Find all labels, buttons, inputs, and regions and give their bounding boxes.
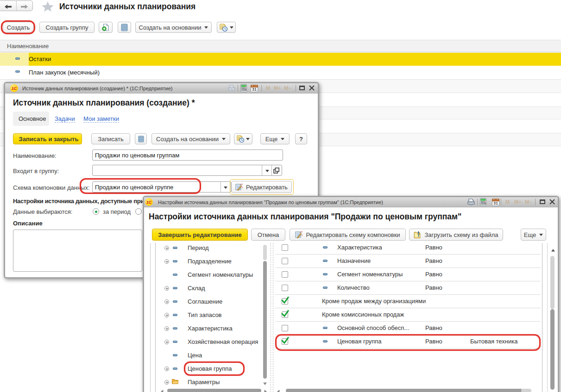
svg-text:31: 31 xyxy=(252,87,257,92)
svg-text:31: 31 xyxy=(493,201,498,205)
